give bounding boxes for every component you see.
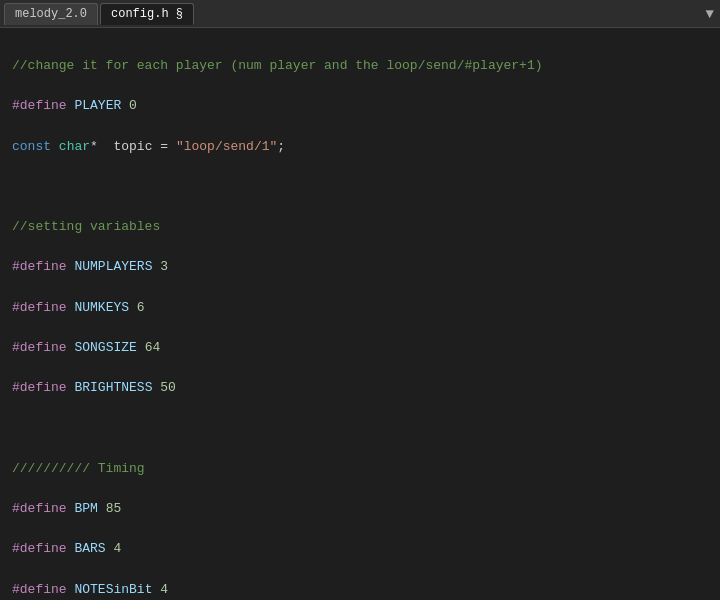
tab-melody-label: melody_2.0 <box>15 7 87 21</box>
tab-melody[interactable]: melody_2.0 <box>4 3 98 25</box>
tab-dropdown-button[interactable]: ▼ <box>706 6 714 22</box>
code-editor: //change it for each player (num player … <box>0 28 720 600</box>
tab-bar: melody_2.0 config.h § ▼ <box>0 0 720 28</box>
tab-config[interactable]: config.h § <box>100 3 194 25</box>
tab-config-label: config.h § <box>111 7 183 21</box>
